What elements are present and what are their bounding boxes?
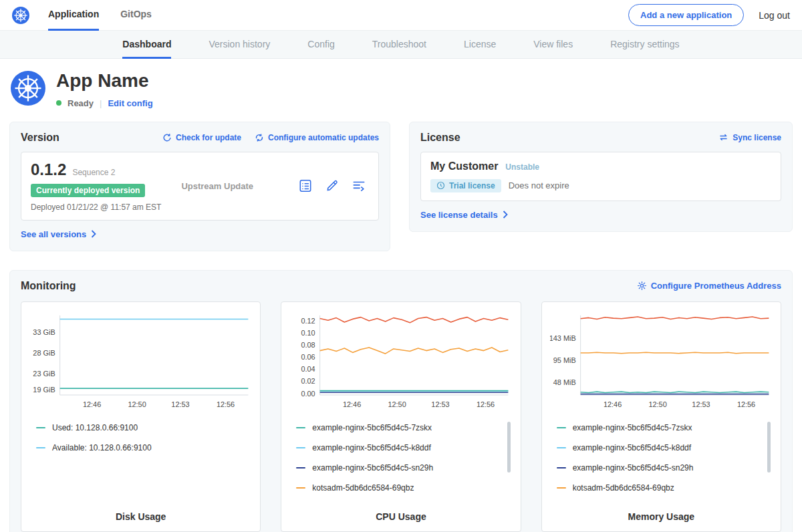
version-action-icons [298, 178, 369, 193]
legend-color-dash [557, 487, 566, 489]
legend-item: Used: 10.128.0.66:9100 [29, 418, 241, 438]
license-card-header: License Sync license [420, 132, 781, 144]
legend-item: kotsadm-5db6dc6584-69qbz [550, 478, 762, 498]
memory-usage-chart-panel: 143 MiB95 MiB48 MiB12:4612:5012:5312:56 … [541, 301, 781, 532]
see-all-versions-label: See all versions [21, 229, 86, 239]
subnav-view-files[interactable]: View files [533, 31, 573, 59]
svg-text:0.06: 0.06 [301, 353, 315, 361]
app-status-row: Ready | Edit config [56, 98, 153, 108]
monitoring-card: Monitoring Configure Prometheus Address … [9, 270, 793, 532]
gear-icon [637, 281, 647, 291]
deployed-version-badge: Currently deployed version [31, 184, 145, 197]
legend-scrollbar[interactable] [507, 422, 511, 473]
app-kubernetes-icon [11, 71, 45, 106]
chart-legend: Used: 10.128.0.66:9100Available: 10.128.… [29, 418, 252, 458]
legend-item: example-nginx-5bc6f5d4c5-sn29h [550, 458, 762, 478]
configure-automatic-updates-label: Configure automatic updates [268, 133, 379, 142]
license-type-row: Trial license Does not expire [430, 179, 771, 192]
app-header: App Name Ready | Edit config [0, 59, 802, 122]
tab-application[interactable]: Application [48, 0, 99, 31]
svg-text:33 GiB: 33 GiB [33, 328, 55, 336]
legend-label: Used: 10.128.0.66:9100 [52, 423, 138, 432]
app-header-text: App Name Ready | Edit config [56, 71, 153, 108]
auto-update-icon [255, 133, 264, 142]
configure-automatic-updates-link[interactable]: Configure automatic updates [255, 133, 379, 142]
clock-icon [436, 181, 445, 190]
current-version-info: 0.1.2 Sequence 2 Currently deployed vers… [31, 160, 161, 212]
status-text: Ready [68, 98, 94, 108]
chart-legend: example-nginx-5bc6f5d4c5-7zskxexample-ng… [550, 418, 773, 498]
edit-config-icon[interactable] [325, 178, 340, 193]
see-license-details-link[interactable]: See license details [420, 210, 508, 220]
tab-gitops[interactable]: GitOps [120, 0, 152, 31]
logout-link[interactable]: Log out [759, 10, 790, 21]
legend-color-dash [557, 467, 566, 469]
disk-usage-chart-panel: 33 GiB28 GiB23 GiB19 GiB12:4612:5012:531… [21, 301, 261, 532]
check-for-update-link[interactable]: Check for update [162, 133, 241, 142]
subnav-version-history[interactable]: Version history [209, 31, 270, 59]
deployed-timestamp: Deployed 01/21/22 @ 11:57 am EST [31, 203, 161, 212]
cpu-usage-chart: 0.120.100.080.060.040.020.0012:4612:5012… [289, 310, 512, 411]
version-card-header: Version Check for update Configure autom… [21, 132, 379, 144]
see-license-details-label: See license details [420, 210, 498, 220]
svg-text:12:53: 12:53 [432, 400, 450, 408]
add-application-button[interactable]: Add a new application [628, 4, 744, 26]
monitoring-title: Monitoring [21, 280, 76, 292]
sync-license-label: Sync license [732, 133, 781, 142]
legend-label: kotsadm-5db6dc6584-69qbz [573, 483, 674, 493]
license-details-box: My Customer Unstable Trial license Does … [420, 152, 781, 201]
sync-license-link[interactable]: Sync license [718, 133, 781, 142]
subnav-license[interactable]: License [464, 31, 496, 59]
subnav-dashboard[interactable]: Dashboard [122, 31, 171, 59]
legend-label: example-nginx-5bc6f5d4c5-7zskx [312, 423, 432, 432]
expiry-text: Does not expire [509, 180, 569, 190]
subnav-registry-settings[interactable]: Registry settings [610, 31, 679, 59]
monitoring-links: Configure Prometheus Address [637, 281, 781, 291]
customer-name: My Customer [430, 160, 498, 172]
edit-config-link[interactable]: Edit config [108, 98, 152, 108]
legend-item: example-nginx-5bc6f5d4c5-sn29h [289, 458, 501, 478]
subnav-troubleshoot[interactable]: Troubleshoot [372, 31, 426, 59]
svg-text:12:56: 12:56 [477, 400, 495, 408]
legend-color-dash [557, 427, 566, 428]
legend-color-dash [296, 487, 305, 489]
svg-text:12:56: 12:56 [217, 400, 235, 408]
legend-label: example-nginx-5bc6f5d4c5-sn29h [573, 463, 694, 473]
svg-text:23 GiB: 23 GiB [33, 369, 55, 377]
legend-scrollbar[interactable] [767, 422, 771, 473]
trial-license-label: Trial license [449, 181, 495, 190]
chevron-right-icon [91, 230, 96, 238]
version-number-row: 0.1.2 Sequence 2 [31, 160, 161, 179]
legend-color-dash [557, 447, 566, 448]
chevron-right-icon [503, 211, 508, 219]
license-customer-row: My Customer Unstable [430, 160, 771, 172]
svg-text:12:50: 12:50 [648, 400, 666, 408]
check-for-update-label: Check for update [176, 133, 241, 142]
legend-label: example-nginx-5bc6f5d4c5-sn29h [312, 463, 433, 473]
svg-text:48 MiB: 48 MiB [553, 378, 575, 386]
svg-text:0.04: 0.04 [301, 365, 315, 373]
release-notes-icon[interactable] [298, 178, 313, 193]
page-title: App Name [56, 71, 153, 92]
legend-label: example-nginx-5bc6f5d4c5-7zskx [573, 423, 692, 432]
legend-item: example-nginx-5bc6f5d4c5-k8ddf [289, 438, 501, 458]
divider: | [100, 98, 102, 108]
deploy-logs-icon[interactable] [352, 178, 366, 193]
see-all-versions-link[interactable]: See all versions [21, 229, 96, 239]
configure-prometheus-link[interactable]: Configure Prometheus Address [637, 281, 781, 291]
cpu-usage-chart-panel: 0.120.100.080.060.040.020.0012:4612:5012… [281, 301, 521, 532]
configure-prometheus-label: Configure Prometheus Address [651, 281, 781, 291]
subnav-config[interactable]: Config [307, 31, 334, 59]
legend-color-dash [296, 467, 305, 469]
legend-label: kotsadm-5db6dc6584-69qbz [312, 483, 414, 493]
svg-text:12:50: 12:50 [128, 400, 146, 408]
version-card: Version Check for update Configure autom… [9, 122, 390, 251]
legend-item: kotsadm-5db6dc6584-69qbz [289, 478, 501, 498]
svg-text:12:56: 12:56 [737, 400, 755, 408]
legend-color-dash [36, 427, 45, 428]
svg-text:0.12: 0.12 [301, 316, 315, 324]
chart-title: Memory Usage [550, 502, 773, 522]
legend-color-dash [36, 447, 45, 448]
legend-color-dash [296, 447, 305, 448]
current-version-box: 0.1.2 Sequence 2 Currently deployed vers… [21, 152, 379, 221]
